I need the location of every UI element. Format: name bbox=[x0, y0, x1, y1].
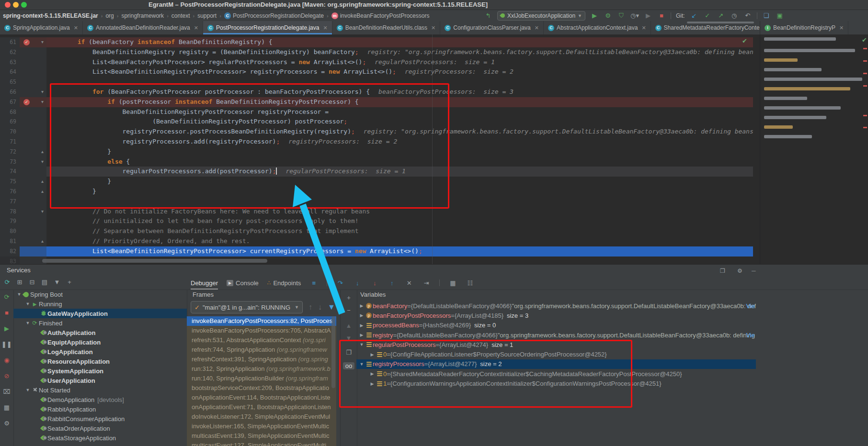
tree-expander-icon[interactable]: ▶ bbox=[358, 313, 365, 318]
services-tree-item[interactable]: ▼⟳Finished bbox=[13, 318, 187, 328]
expand-all-icon[interactable]: ⊞ bbox=[15, 279, 24, 286]
editor-tab[interactable]: CSpringApplication.java✕ bbox=[0, 21, 83, 34]
tree-expander-icon[interactable]: ▼ bbox=[25, 388, 31, 392]
services-tree-item[interactable]: RabbitApplication bbox=[13, 404, 187, 414]
tree-expander-icon[interactable]: ▶ bbox=[369, 371, 376, 376]
stack-frame-row[interactable]: refreshContext:391, SpringApplication (o… bbox=[187, 355, 336, 364]
close-tab-icon[interactable]: ✕ bbox=[641, 25, 646, 31]
breadcrumb-item[interactable]: org bbox=[105, 12, 114, 19]
stack-frame-row[interactable]: bootstrapServiceContext:209, BootstrapAp… bbox=[187, 383, 336, 393]
run-to-cursor-icon[interactable]: ⇥ bbox=[422, 279, 431, 287]
editor-tab[interactable]: CAbstractApplicationContext.java✕ bbox=[544, 21, 651, 34]
code-editor[interactable]: 61✓▾ if (beanFactory instanceof BeanDefi… bbox=[0, 34, 753, 264]
tree-expander-icon[interactable]: ▶ bbox=[369, 381, 376, 386]
close-tab-icon[interactable]: ✕ bbox=[431, 25, 435, 31]
code-line[interactable]: 77 bbox=[0, 197, 753, 207]
frames-scrollbar[interactable] bbox=[331, 316, 335, 388]
rerun-debug-icon[interactable]: ⟳ bbox=[0, 293, 13, 301]
breadcrumb-item[interactable]: context bbox=[171, 12, 190, 19]
services-tree-item[interactable]: ▼Not Started bbox=[13, 385, 187, 395]
step-out-icon[interactable]: ↑ bbox=[388, 279, 396, 287]
variable-row[interactable]: ▶pbeanFactoryPostProcessors = {ArrayList… bbox=[356, 311, 756, 320]
services-tree-item[interactable]: LogApplication bbox=[13, 347, 187, 357]
code-line[interactable]: 61✓▾ if (beanFactory instanceof BeanDefi… bbox=[0, 37, 753, 47]
hide-panel-icon[interactable]: ─ bbox=[752, 268, 756, 274]
stack-frame-row[interactable]: refresh:531, AbstractApplicationContext … bbox=[187, 335, 336, 345]
thread-dump-icon[interactable]: ⌧ bbox=[0, 388, 13, 395]
code-line[interactable]: 65 bbox=[0, 77, 753, 87]
breadcrumb-item[interactable]: spring-context-5.1.15.RELEASE.jar bbox=[3, 12, 98, 19]
variable-row[interactable]: ▶1 = {ConfigurationWarningsApplicationCo… bbox=[356, 379, 756, 388]
code-line[interactable]: 64 List<BeanDefinitionRegistryPostProces… bbox=[0, 67, 753, 77]
services-tree-item[interactable]: RabbitConsumerApplication bbox=[13, 414, 187, 424]
thread-select[interactable]: ✓ "main"@1 in g...ain": RUNNING ▼ bbox=[191, 301, 303, 313]
tree-expander-icon[interactable]: ▶ bbox=[358, 333, 365, 337]
tree-expander-icon[interactable]: ▶ bbox=[358, 303, 365, 308]
variable-row[interactable]: ▼regularPostProcessors = {ArrayList@4274… bbox=[356, 340, 756, 349]
step-into-icon[interactable]: ↓ bbox=[353, 279, 362, 287]
remove-watch-icon[interactable]: − bbox=[341, 307, 357, 314]
refresh-services-icon[interactable]: ⟳ bbox=[3, 279, 11, 286]
tree-expander-icon[interactable]: ▼ bbox=[358, 362, 365, 367]
git-commit-icon[interactable]: ✓ bbox=[703, 12, 712, 19]
stop-process-icon[interactable]: ■ bbox=[0, 309, 13, 316]
tree-expander-icon[interactable]: ▼ bbox=[16, 292, 22, 297]
close-tab-icon[interactable]: ✕ bbox=[74, 25, 78, 31]
editor-tab[interactable]: CConfigurationClassParser.java✕ bbox=[440, 21, 544, 34]
tree-expander-icon[interactable]: ▶ bbox=[358, 323, 365, 328]
git-push-icon[interactable]: ↗ bbox=[717, 12, 725, 19]
code-line[interactable]: 71 registryProcessors.add(registryProces… bbox=[0, 137, 753, 147]
code-line[interactable]: 82 List<BeanDefinitionRegistryPostProces… bbox=[0, 246, 753, 256]
tool-windows-icon[interactable]: ❏ bbox=[762, 12, 771, 19]
code-line[interactable]: 67✓▾ if (postProcessor instanceof BeanDe… bbox=[0, 97, 753, 107]
editor-tab[interactable]: CAnnotatedBeanDefinitionReader.java✕ bbox=[83, 21, 203, 34]
breakpoint-icon[interactable]: ✓ bbox=[23, 99, 30, 105]
code-line[interactable]: 78▾ // Do not initialize FactoryBeans he… bbox=[0, 207, 753, 217]
run-button[interactable]: ▶ bbox=[590, 12, 599, 19]
code-line[interactable]: 70 registryProcessor.postProcessBeanDefi… bbox=[0, 127, 753, 137]
view-link[interactable]: Vie bbox=[746, 302, 755, 310]
debug-button[interactable]: ⚙ bbox=[604, 12, 612, 19]
minimize-window-icon[interactable] bbox=[13, 2, 19, 8]
close-tab-icon[interactable]: ✕ bbox=[535, 25, 539, 31]
drop-frame-icon[interactable]: ✕ bbox=[405, 279, 413, 287]
stop-button[interactable]: ■ bbox=[657, 12, 666, 19]
editor-right-split[interactable]: ✔ bbox=[760, 34, 868, 264]
resume-program-icon[interactable]: ▶ bbox=[0, 325, 13, 332]
breadcrumb-item[interactable]: PostProcessorRegistrationDelegate bbox=[233, 12, 324, 19]
view-link[interactable]: Vie bbox=[746, 332, 755, 339]
tree-expander-icon[interactable]: ▼ bbox=[25, 321, 31, 325]
services-tree-item[interactable]: GateWayApplication bbox=[13, 309, 187, 318]
code-fold-icon[interactable]: ▴ bbox=[41, 177, 44, 187]
services-tree-item[interactable]: EquiptApplication bbox=[13, 337, 187, 347]
show-watches-icon[interactable]: oo bbox=[343, 362, 354, 369]
code-fold-icon[interactable]: ▾ bbox=[41, 97, 44, 107]
float-window-icon[interactable]: ❐ bbox=[720, 268, 725, 274]
force-step-into-icon[interactable]: ↓ bbox=[370, 279, 379, 287]
breadcrumb-item[interactable]: invokeBeanFactoryPostProcessors bbox=[340, 12, 430, 19]
step-over-icon[interactable]: ↷ bbox=[336, 279, 344, 287]
gear-icon[interactable]: ⚙ bbox=[737, 268, 742, 274]
services-tree-item[interactable]: UserApplication bbox=[13, 376, 187, 385]
breadcrumb-item[interactable]: support bbox=[197, 12, 217, 19]
back-arrow-icon[interactable]: ↰ bbox=[484, 12, 492, 19]
services-tree-item[interactable]: ▼▶Running bbox=[13, 299, 187, 309]
coverage-button[interactable]: ⛉ bbox=[617, 12, 626, 20]
settings-matrix-icon[interactable]: ☷ bbox=[466, 279, 474, 287]
editor-horizontal-scrollbar[interactable] bbox=[42, 259, 267, 263]
variable-row[interactable]: ▼registryProcessors = {ArrayList@4277} s… bbox=[356, 359, 756, 369]
add-watch-icon[interactable]: ＋ bbox=[341, 293, 357, 302]
dump-grid-icon[interactable]: ▦ bbox=[0, 404, 13, 411]
code-fold-icon[interactable]: ▴ bbox=[41, 236, 44, 246]
stack-frame-row[interactable]: multicastEvent:127, SimpleApplicationEve… bbox=[187, 441, 336, 446]
variable-row[interactable]: ▶0 = {ConfigFileApplicationListener$Prop… bbox=[356, 349, 756, 359]
code-line[interactable]: 68 BeanDefinitionRegistryPostProcessor r… bbox=[0, 107, 753, 117]
editor-tab[interactable]: CBeanDefinitionReaderUtils.class✕ bbox=[332, 21, 441, 34]
services-tree-item[interactable]: ResourceApplication bbox=[13, 357, 187, 366]
code-fold-icon[interactable]: ▾ bbox=[41, 157, 44, 167]
code-line[interactable]: 73▾ else { bbox=[0, 157, 753, 167]
code-line[interactable]: 80 // Separate between BeanDefinitionReg… bbox=[0, 226, 753, 236]
code-line[interactable]: 62 BeanDefinitionRegistry registry = (Be… bbox=[0, 47, 753, 57]
close-tab-icon[interactable]: ✕ bbox=[194, 25, 198, 31]
variable-row[interactable]: ▶registry = {DefaultListableBeanFactory@… bbox=[356, 330, 756, 340]
